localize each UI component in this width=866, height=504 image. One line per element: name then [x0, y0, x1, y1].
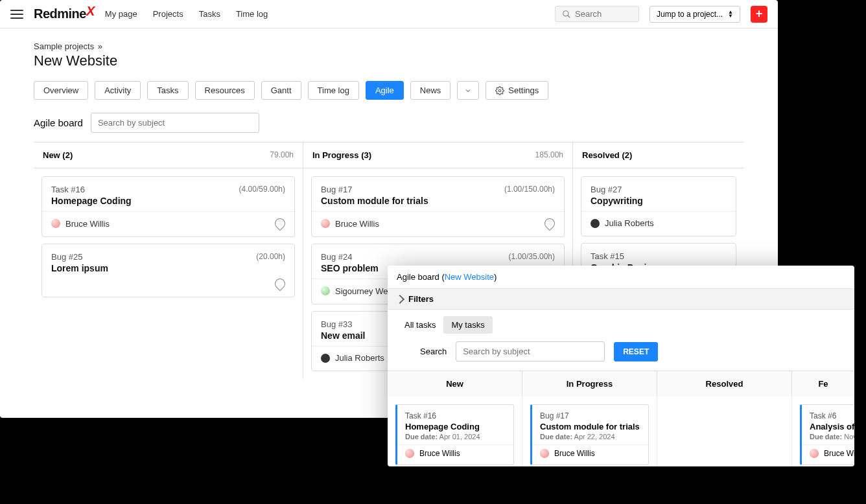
app-logo: RedmineX	[34, 6, 95, 21]
board-card[interactable]: Bug #27CopywritingJulia Roberts	[581, 176, 736, 236]
overlay-card-ref: Task #6	[810, 411, 854, 420]
card-ref: Bug #33	[321, 319, 352, 329]
card-ref: Bug #27	[591, 185, 622, 194]
gear-icon	[495, 86, 504, 95]
chevron-right-icon	[395, 294, 404, 303]
overlay-column-headers: NewIn ProgressResolvedFe	[388, 371, 854, 396]
column-header: Resolved (2)	[573, 143, 744, 168]
avatar-icon	[321, 219, 330, 228]
overlay-card-due: Due date: Apr 01, 2024	[405, 433, 506, 441]
column-name: New (2)	[43, 150, 73, 160]
overlay-card[interactable]: Bug #17Custom module for trialsDue date:…	[530, 404, 649, 465]
reset-button[interactable]: RESET	[614, 342, 658, 361]
card-ref: Bug #17	[321, 185, 352, 194]
nav-tasks[interactable]: Tasks	[199, 9, 220, 19]
card-ref: Task #15	[591, 251, 624, 261]
board-card[interactable]: Task #16(4.00/59.00h)Homepage CodingBruc…	[41, 176, 295, 237]
overlay-card[interactable]: Task #6Analysis of RDue date: NovBruce W…	[800, 404, 854, 465]
card-hours: (4.00/59.00h)	[239, 185, 285, 194]
avatar-icon	[51, 219, 60, 228]
overlay-card-subject: Homepage Coding	[405, 422, 506, 431]
card-assignee: Bruce Willis	[335, 219, 379, 229]
board-title: Agile board	[34, 117, 83, 128]
card-footer: Bruce Willis	[321, 218, 555, 229]
tab-tasks[interactable]: Tasks	[147, 81, 188, 100]
project-tabs: Overview Activity Tasks Resources Gantt …	[34, 81, 744, 100]
overlay-search-input[interactable]	[456, 341, 605, 361]
overlay-card-due: Due date: Apr 22, 2024	[540, 433, 640, 441]
overlay-search-row: Search RESET	[388, 334, 854, 371]
avatar-icon	[321, 354, 330, 363]
overlay-title-prefix: Agile board (	[397, 272, 445, 282]
card-footer: Julia Roberts	[591, 218, 727, 228]
search-input[interactable]	[575, 9, 632, 19]
column-header: New (2)79.00h	[34, 143, 303, 168]
tab-agile[interactable]: Agile	[366, 81, 404, 100]
comment-icon[interactable]	[543, 216, 557, 231]
overlay-project-link[interactable]: New Website	[445, 272, 494, 282]
overlay-card-column: Task #6Analysis of RDue date: NovBruce W…	[792, 396, 854, 466]
overlay-card[interactable]: Task #16Homepage CodingDue date: Apr 01,…	[395, 404, 514, 465]
overlay-title-suffix: )	[494, 272, 497, 282]
jump-label: Jump to a project...	[657, 10, 723, 19]
column-hours: 185.00h	[535, 150, 563, 160]
overlay-card-assignee: Bruce Willis	[419, 449, 460, 458]
tab-time-log[interactable]: Time log	[308, 81, 359, 100]
overlay-breadcrumb: Agile board (New Website)	[388, 266, 854, 288]
tab-resources[interactable]: Resources	[195, 81, 255, 100]
overlay-search-label: Search	[420, 347, 447, 356]
top-bar: RedmineX My page Projects Tasks Time log…	[0, 0, 778, 29]
filter-all-tasks[interactable]: All tasks	[397, 316, 443, 334]
board-header: Agile board	[34, 113, 744, 133]
column-header: In Progress (3)185.00h	[303, 143, 572, 168]
card-subject: Custom module for trials	[321, 196, 555, 206]
overlay-column-header: Fe	[792, 371, 854, 396]
card-assignee: Bruce Willis	[65, 219, 110, 229]
comment-icon[interactable]	[273, 277, 288, 292]
card-hours: (20.00h)	[256, 252, 285, 262]
card-ref: Bug #25	[51, 252, 82, 262]
updown-icon: ▲▼	[728, 10, 733, 18]
card-ref: Task #16	[51, 185, 85, 194]
svg-point-2	[499, 89, 502, 92]
overlay-column-header: Resolved	[657, 371, 792, 396]
filter-my-tasks[interactable]: My tasks	[443, 316, 492, 334]
global-search[interactable]	[555, 6, 639, 22]
logo-text: Redmine	[34, 6, 86, 21]
add-button[interactable]: +	[751, 6, 767, 23]
filters-toggle[interactable]: Filters	[388, 288, 854, 310]
tab-news[interactable]: News	[410, 81, 451, 100]
page-title: New Website	[34, 52, 744, 69]
column-name: In Progress (3)	[312, 150, 371, 160]
hamburger-menu-icon[interactable]	[10, 8, 23, 21]
board-card[interactable]: Bug #25(20.00h)Lorem ipsum	[41, 244, 295, 297]
card-footer	[51, 279, 285, 289]
breadcrumb-parent[interactable]: Sample projects	[34, 41, 94, 51]
nav-my-page[interactable]: My page	[105, 9, 137, 19]
overlay-column-header: New	[388, 371, 522, 396]
overlay-card-column: Task #16Homepage CodingDue date: Apr 01,…	[388, 396, 522, 466]
card-assignee: Julia Roberts	[605, 218, 654, 228]
board-card[interactable]: Bug #17(1.00/150.00h)Custom module for t…	[311, 176, 565, 237]
top-nav: My page Projects Tasks Time log	[105, 9, 268, 19]
board-search-input[interactable]	[91, 113, 259, 133]
overlay-card-subject: Custom module for trials	[540, 422, 640, 431]
card-subject: Homepage Coding	[51, 196, 285, 206]
tab-gantt[interactable]: Gantt	[261, 81, 301, 100]
tab-activity[interactable]: Activity	[95, 81, 141, 100]
nav-projects[interactable]: Projects	[153, 9, 183, 19]
overlay-card-assignee: Bruce Willis	[554, 449, 595, 458]
avatar-icon	[591, 219, 600, 228]
tab-settings[interactable]: Settings	[486, 81, 548, 100]
jump-to-project-dropdown[interactable]: Jump to a project... ▲▼	[650, 6, 740, 23]
tab-more-dropdown[interactable]	[457, 81, 479, 100]
comment-icon[interactable]	[273, 216, 288, 231]
overlay-card-ref: Task #16	[405, 411, 506, 420]
overlay-card-due: Due date: Nov	[810, 433, 854, 441]
avatar-icon	[810, 449, 819, 458]
card-ref: Bug #24	[321, 252, 352, 262]
tab-overview[interactable]: Overview	[34, 81, 88, 100]
nav-time-log[interactable]: Time log	[236, 9, 268, 19]
breadcrumb: Sample projects »	[34, 41, 744, 51]
overlay-card-column: Bug #17Custom module for trialsDue date:…	[522, 396, 657, 466]
